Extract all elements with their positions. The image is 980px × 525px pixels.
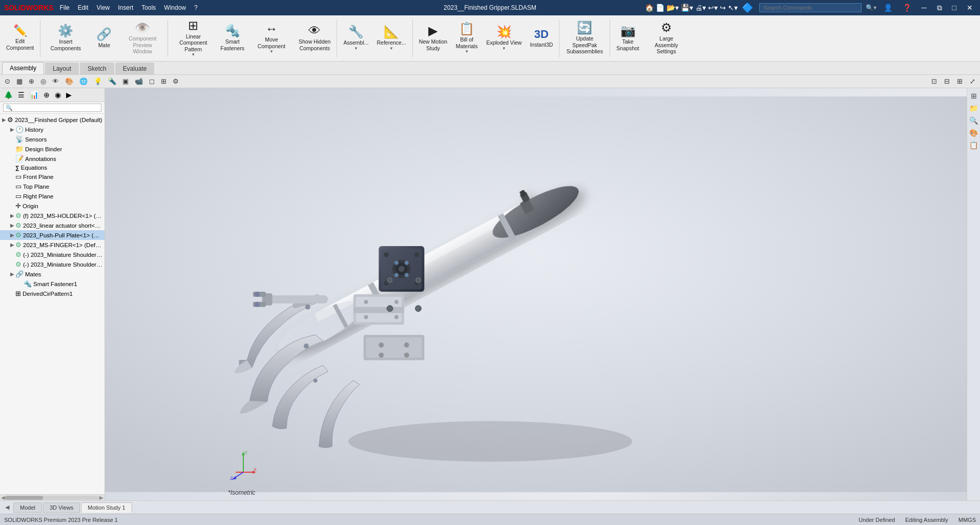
- save-button[interactable]: 💾▾: [681, 4, 693, 12]
- open-button[interactable]: 📂▾: [666, 4, 679, 12]
- menu-window[interactable]: Window: [164, 4, 186, 11]
- view-settings-button[interactable]: ⚙: [170, 76, 181, 86]
- rp-custom-properties-icon[interactable]: 📋: [968, 139, 979, 151]
- maximize-button[interactable]: □: [949, 4, 960, 12]
- show-hidden-components-button[interactable]: 👁 Show HiddenComponents: [295, 15, 335, 61]
- tree-item-front-plane[interactable]: ▶ ▭ Front Plane: [0, 172, 105, 181]
- minimize-button[interactable]: ─: [919, 4, 930, 12]
- sidebar-hscroll-track[interactable]: [5, 496, 99, 500]
- tree-item-linear-actuator[interactable]: ▶ ⚙ 2023_linear actuator short<1>...: [0, 220, 105, 230]
- realview-button[interactable]: 🔦: [106, 76, 119, 86]
- tree-item-derived-cir-pattern[interactable]: ▶ ⊞ DerivedCirPattern1: [0, 289, 105, 298]
- viewport-split-h-button[interactable]: ⊟: [942, 76, 952, 86]
- sidebar-hscroll-thumb[interactable]: [5, 496, 43, 500]
- hscroll-left[interactable]: ◀: [1, 495, 5, 500]
- featuretree-icon[interactable]: 🌲: [2, 90, 15, 100]
- reference-button[interactable]: 📐 Reference... ▼: [372, 15, 410, 61]
- user-icon[interactable]: 👤: [881, 4, 895, 12]
- tree-item-ms-finger[interactable]: ▶ ⚙ 2023_MS-FINGER<1> (Default...: [0, 240, 105, 250]
- tab-sketch[interactable]: Sketch: [80, 63, 114, 74]
- tree-item-push-pull-plate[interactable]: ▶ ⚙ 2023_Push-Pull Plate<1> (Defa...: [0, 230, 105, 240]
- scene-button[interactable]: 🌐: [77, 76, 90, 86]
- hide-show-button[interactable]: 👁: [50, 76, 61, 86]
- menu-help[interactable]: ?: [194, 4, 198, 11]
- rp-file-explorer-icon[interactable]: 📁: [968, 103, 979, 114]
- move-component-button[interactable]: ↔️ Move Component ▼: [248, 15, 295, 61]
- propertymanager-icon[interactable]: ☰: [16, 90, 27, 100]
- restore-button[interactable]: ⧉: [934, 4, 945, 12]
- display-type-button[interactable]: ▦: [14, 76, 25, 86]
- viewport-restore-button[interactable]: ⊡: [929, 76, 940, 86]
- instant3d-button[interactable]: 3D Instant3D: [526, 15, 557, 61]
- driveworksxpress-icon[interactable]: ⊕: [41, 90, 52, 100]
- new-motion-study-button[interactable]: ▶ New MotionStudy: [415, 15, 451, 61]
- tree-item-min-shoulder-2[interactable]: ▶ ⚙ (-) 2023_Miniature Shoulder Sc...: [0, 259, 105, 269]
- tree-item-right-plane[interactable]: ▶ ▭ Right Plane: [0, 191, 105, 201]
- tab-motion-study-1[interactable]: Motion Study 1: [81, 502, 132, 513]
- transparency-button[interactable]: ◻: [147, 76, 157, 86]
- menu-edit[interactable]: Edit: [78, 4, 89, 11]
- mate-button[interactable]: 🔗 Mate: [89, 15, 119, 61]
- tab-3d-views[interactable]: 3D Views: [43, 502, 80, 513]
- print-button[interactable]: 🖨▾: [695, 4, 706, 12]
- help-icon[interactable]: ❓: [900, 4, 914, 12]
- bill-of-materials-button[interactable]: 📋 Bill ofMaterials ▼: [451, 15, 482, 61]
- appearance-button[interactable]: 🎨: [62, 76, 76, 86]
- section-view-button[interactable]: ⊕: [26, 76, 37, 86]
- tab-model[interactable]: Model: [13, 502, 42, 513]
- menu-view[interactable]: View: [96, 4, 110, 11]
- more-panels-icon[interactable]: ▶: [64, 90, 74, 100]
- tab-assembly[interactable]: Assembly: [2, 62, 44, 74]
- smart-fasteners-button[interactable]: 🔩 SmartFasteners: [216, 15, 248, 61]
- tab-evaluate[interactable]: Evaluate: [115, 63, 155, 74]
- exploded-view-button[interactable]: 💥 Exploded View ▼: [482, 15, 526, 61]
- tree-item-sensors[interactable]: ▶ 📡 Sensors: [0, 134, 105, 144]
- view-orientation-button[interactable]: ⊙: [2, 76, 13, 86]
- appearance-panel-icon[interactable]: ◉: [53, 90, 63, 100]
- tree-item-ms-holder[interactable]: ▶ ⚙ (f) 2023_MS-HOLDER<1> (Def...: [0, 211, 105, 220]
- tree-item-annotations[interactable]: ▶ 📝 Annotations: [0, 154, 105, 164]
- tree-item-smart-fastener1[interactable]: ▶ 🔩 Smart Fastener1: [0, 279, 105, 289]
- rp-design-library-icon[interactable]: ⊞: [969, 90, 978, 102]
- tree-item-top-plane[interactable]: ▶ ▭ Top Plane: [0, 181, 105, 191]
- tree-item-history[interactable]: ▶ 🕐 History: [0, 125, 105, 134]
- tree-item-root[interactable]: ▶ ⚙ 2023__Finished Gripper (Default): [0, 115, 105, 125]
- shadows-button[interactable]: ▣: [120, 76, 131, 86]
- display-manager-button[interactable]: ⊞: [158, 76, 169, 86]
- tree-item-design-binder[interactable]: ▶ 📁 Design Binder: [0, 144, 105, 154]
- component-preview-button[interactable]: 👁️ ComponentPreview Window: [119, 15, 165, 61]
- view-focus-button[interactable]: ◎: [38, 76, 49, 86]
- tab-layout[interactable]: Layout: [45, 63, 79, 74]
- rp-appearances-icon[interactable]: 🎨: [968, 127, 979, 138]
- sidebar-hscroll[interactable]: ◀ ▶: [0, 494, 105, 500]
- undo-button[interactable]: ↩▾: [708, 4, 718, 12]
- select-button[interactable]: ↖▾: [728, 4, 738, 12]
- search-commands-input[interactable]: [759, 3, 862, 12]
- edit-component-button[interactable]: ✏️ EditComponent: [2, 15, 38, 61]
- assembly-button[interactable]: 🔧 Assembl... ▼: [339, 15, 372, 61]
- large-assembly-settings-button[interactable]: ⚙ Large AssemblySettings: [643, 15, 690, 61]
- update-speedpak-button[interactable]: 🔄 Update SpeedPakSubassemblies: [561, 15, 608, 61]
- new-button[interactable]: 📄: [656, 4, 664, 12]
- menu-tools[interactable]: Tools: [141, 4, 156, 11]
- home-button[interactable]: 🏠: [645, 4, 654, 12]
- search-icon[interactable]: 🔍▾: [866, 4, 877, 11]
- hscroll-right[interactable]: ▶: [99, 495, 103, 500]
- tree-item-origin[interactable]: ▶ ✛ Origin: [0, 201, 105, 211]
- menu-file[interactable]: File: [59, 4, 69, 11]
- insert-components-button[interactable]: ⚙️ Insert Components: [43, 15, 89, 61]
- configurationmanager-icon[interactable]: 📊: [28, 90, 40, 100]
- 3d-viewport[interactable]: Y X Z *Isometric: [105, 88, 967, 500]
- viewport-maximize-button[interactable]: ⤢: [967, 76, 978, 86]
- take-snapshot-button[interactable]: 📷 TakeSnapshot: [612, 15, 643, 61]
- scroll-left-tab-button[interactable]: ◀: [2, 504, 12, 511]
- tree-item-min-shoulder-1[interactable]: ▶ ⚙ (-) 2023_Miniature Shoulder Sc...: [0, 250, 105, 259]
- rp-view-palette-icon[interactable]: 🔍: [968, 115, 979, 126]
- close-button[interactable]: ✕: [964, 4, 976, 12]
- viewport-split-v-button[interactable]: ⊞: [954, 76, 965, 86]
- redo-button[interactable]: ↪: [720, 4, 726, 12]
- lights-button[interactable]: 💡: [91, 76, 105, 86]
- tree-item-mates[interactable]: ▶ 🔗 Mates: [0, 269, 105, 279]
- menu-insert[interactable]: Insert: [118, 4, 133, 11]
- tree-filter-input[interactable]: [3, 104, 101, 112]
